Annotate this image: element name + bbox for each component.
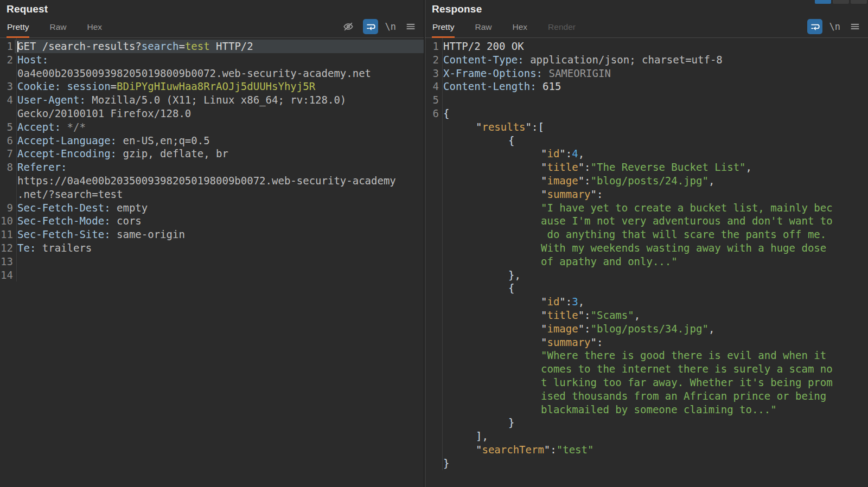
response-header: Response PrettyRawHexRender \n [425,0,868,38]
code-line: ised thousands from an African prince or… [425,389,868,403]
line-number [425,349,441,362]
tab-pretty[interactable]: Pretty [7,22,29,38]
code-line: t lurking too far away. Whether it's bei… [425,376,868,389]
line-number [425,457,441,470]
text-cursor [17,41,18,52]
line-number: 10 [0,214,15,228]
line-number [425,201,441,215]
code-line: 13 [0,255,424,268]
code-line: 8Referer: [0,161,424,174]
code-line: 6Accept-Language: en-US,en;q=0.5 [0,134,424,148]
line-number [425,416,441,430]
edge-tab-2[interactable] [851,0,867,4]
code-line: 1GET /search-results?search=test HTTP/2 [0,40,424,53]
response-editor[interactable]: 1HTTP/2 200 OK2Content-Type: application… [425,38,868,470]
line-number [425,281,441,295]
code-line: blackmailed by someone claiming to..." [425,403,868,416]
line-number [0,107,15,120]
line-number: 13 [0,255,15,268]
code-line: 5 [425,93,868,107]
line-number [0,188,15,201]
code-line: 1HTTP/2 200 OK [425,40,868,53]
code-line: https://0a4e00b20350093982050198009b0072… [0,174,424,188]
tab-raw[interactable]: Raw [49,22,67,38]
line-number: 9 [0,201,15,215]
code-line: 2Content-Type: application/json; charset… [425,53,868,67]
code-line: "id":3, [425,295,868,309]
edge-tab-0[interactable] [815,0,831,4]
line-number: 4 [425,80,441,93]
tab-hex[interactable]: Hex [87,22,103,38]
tab-pretty[interactable]: Pretty [432,22,455,38]
line-number: 2 [0,53,15,67]
response-gutter-divider [442,38,443,470]
code-line: 14 [0,268,424,282]
request-panel: Request PrettyRawHex [0,0,424,487]
code-line: 0a4e00b20350093982050198009b0072.web-sec… [0,67,424,80]
line-number [425,134,441,148]
line-number [425,403,441,416]
edge-tab-1[interactable] [833,0,849,4]
line-number: 3 [0,80,15,93]
line-number: 8 [0,161,15,174]
line-number: 2 [425,53,441,67]
newline-icon[interactable]: \n [829,21,840,32]
code-line: 4User-Agent: Mozilla/5.0 (X11; Linux x86… [0,93,424,107]
tab-hex[interactable]: Hex [512,22,528,38]
code-line: "I have yet to create a bucket list, mai… [425,201,868,215]
request-editor[interactable]: 1GET /search-results?search=test HTTP/22… [0,38,424,281]
menu-icon[interactable] [847,19,863,34]
response-tabs: PrettyRawHexRender [432,22,576,37]
top-edge-tabs[interactable] [815,0,867,4]
line-number [425,268,441,282]
code-line: "title":"Scams", [425,309,868,322]
request-toolbar: \n [341,19,418,34]
line-number [425,376,441,389]
code-line: of apathy and only..." [425,255,868,268]
newline-icon[interactable]: \n [385,21,396,32]
code-line: 7Accept-Encoding: gzip, deflate, br [0,147,424,161]
code-line: "image":"blog/posts/34.jpg", [425,322,868,336]
line-number [425,228,441,241]
request-header: Request PrettyRawHex [0,0,424,38]
line-number [425,295,441,309]
code-line: ause I'm not very adventurous and don't … [425,214,868,228]
code-line: 6{ [425,107,868,120]
line-number: 12 [0,241,15,255]
code-line: 4Content-Length: 615 [425,80,868,93]
eye-off-icon[interactable] [341,19,356,34]
line-number [425,214,441,228]
request-tabs: PrettyRawHex [7,22,103,37]
line-number [425,147,441,161]
code-line: comes to the internet there is surely a … [425,362,868,376]
request-gutter-divider [16,38,17,281]
line-number: 3 [425,67,441,80]
wrap-icon[interactable] [807,19,822,34]
line-number: 6 [0,134,15,148]
line-number: 7 [0,147,15,161]
menu-icon[interactable] [403,19,418,34]
code-line: With my weekends wasting away with a hug… [425,241,868,255]
tab-raw[interactable]: Raw [474,22,492,38]
code-line: 9Sec-Fetch-Dest: empty [0,201,424,215]
line-number: 14 [0,268,15,282]
code-line: "searchTerm":"test" [425,443,868,457]
code-line: } [425,416,868,430]
response-panel: Response PrettyRawHexRender \n [425,0,868,487]
line-number [425,362,441,376]
code-line: "id":4, [425,147,868,161]
code-line: "title":"The Reverse Bucket List", [425,161,868,174]
tab-render: Render [547,22,576,38]
wrap-icon[interactable] [363,19,378,34]
code-line: .net/?search=test [0,188,424,201]
code-line: 12Te: trailers [0,241,424,255]
line-number [0,67,15,80]
line-number: 11 [0,228,15,241]
line-number: 6 [425,107,441,120]
request-title: Request [7,3,48,15]
code-line: "Where there is good there is evil and w… [425,349,868,362]
line-number [425,241,441,255]
line-number [425,309,441,322]
response-toolbar: \n [807,19,863,34]
code-line: Gecko/20100101 Firefox/128.0 [0,107,424,120]
